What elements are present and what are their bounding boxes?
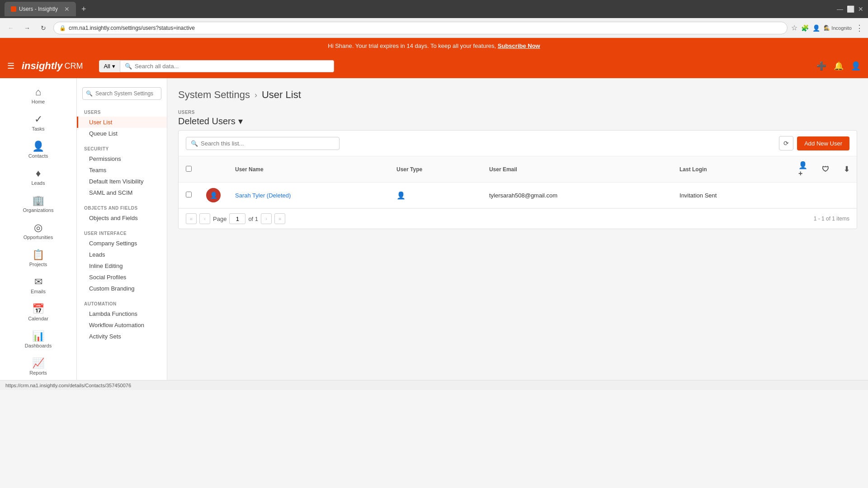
settings-nav-company-settings[interactable]: Company Settings xyxy=(77,238,167,249)
tab-favicon xyxy=(11,6,16,12)
row-checkbox[interactable] xyxy=(186,192,192,197)
settings-nav-queue-list[interactable]: Queue List xyxy=(77,128,167,139)
users-search-icon: 🔍 xyxy=(191,140,198,147)
profile-icon[interactable]: 👤 xyxy=(812,24,820,32)
incognito-badge: 🕵 Incognito xyxy=(824,25,852,31)
restore-icon[interactable]: ⬜ xyxy=(847,5,854,13)
sidebar-item-emails[interactable]: ✉ Emails xyxy=(0,272,76,299)
row-action-1-cell xyxy=(791,183,815,208)
settings-nav-activity-sets[interactable]: Activity Sets xyxy=(77,331,167,342)
sidebar-item-reports[interactable]: 📈 Reports xyxy=(0,353,76,380)
settings-nav-objects-fields[interactable]: Objects and Fields xyxy=(77,212,167,224)
row-action-3-cell xyxy=(836,183,857,208)
add-user-button[interactable]: Add New User xyxy=(797,136,849,150)
sidebar-item-dashboards[interactable]: 📊 Dashboards xyxy=(0,326,76,353)
notifications-icon[interactable]: 🔔 xyxy=(834,61,844,71)
trial-banner: Hi Shane. Your trial expires in 14 days.… xyxy=(0,38,868,54)
settings-nav-inline-editing[interactable]: Inline Editing xyxy=(77,260,167,272)
table-row: 👤 Sarah Tyler (Deleted) 👤 tylersarah508@… xyxy=(179,183,857,208)
breadcrumb-arrow-icon: › xyxy=(255,90,257,100)
breadcrumb-parent[interactable]: System Settings xyxy=(178,89,250,101)
last-page-button[interactable]: » xyxy=(274,213,285,224)
shield-icon: 🛡 xyxy=(822,165,829,173)
search-icon: 🔍 xyxy=(125,63,132,70)
page-label: Page xyxy=(213,216,226,222)
settings-nav-social-profiles[interactable]: Social Profiles xyxy=(77,272,167,283)
col-user-email-header: User Email xyxy=(482,156,672,183)
settings-nav-default-visibility[interactable]: Default Item Visibility xyxy=(77,176,167,187)
col-user-name-header: User Name xyxy=(228,156,389,183)
users-search-input[interactable] xyxy=(201,140,335,147)
status-url: https://crm.na1.insightly.com/details/Co… xyxy=(5,383,131,388)
settings-section-objects: OBJECTS AND FIELDS xyxy=(77,203,167,212)
settings-section-security: SECURITY xyxy=(77,144,167,153)
new-tab-icon[interactable]: + xyxy=(81,5,86,14)
users-panel: 🔍 ⟳ Add New User User Name xyxy=(178,130,857,229)
sidebar-item-leads[interactable]: ♦ Leads xyxy=(0,163,76,190)
settings-nav-user-list[interactable]: User List xyxy=(77,117,167,128)
avatar-placeholder: 👤 xyxy=(210,192,217,199)
page-input[interactable] xyxy=(229,213,245,224)
tab-close-icon[interactable]: ✕ xyxy=(64,5,70,13)
extensions-icon[interactable]: 🧩 xyxy=(801,24,809,32)
row-email-cell: tylersarah508@gmail.com xyxy=(482,183,672,208)
hamburger-icon[interactable]: ☰ xyxy=(7,61,14,71)
settings-search-input[interactable] xyxy=(82,87,161,100)
back-button[interactable]: ← xyxy=(5,22,17,34)
subscribe-link[interactable]: Subscribe Now xyxy=(498,42,540,49)
left-sidebar: ⌂ Home ✓ Tasks 👤 Contacts ♦ Leads 🏢 Orga… xyxy=(0,78,77,380)
first-page-button[interactable]: « xyxy=(186,213,197,224)
emails-icon: ✉ xyxy=(34,276,42,288)
settings-nav-saml-scim[interactable]: SAML and SCIM xyxy=(77,187,167,198)
users-toolbar-right: ⟳ Add New User xyxy=(779,136,849,150)
bookmark-icon[interactable]: ☆ xyxy=(791,23,797,32)
pagination: « ‹ Page of 1 › » 1 - 1 of 1 items xyxy=(179,208,857,229)
main-content: System Settings › User List USERS Delete… xyxy=(167,78,868,380)
refresh-button[interactable]: ↻ xyxy=(37,22,50,34)
organizations-icon: 🏢 xyxy=(32,195,44,206)
row-last-login-cell: Invitation Sent xyxy=(672,183,791,208)
users-toolbar: 🔍 ⟳ Add New User xyxy=(179,131,857,156)
next-page-button[interactable]: › xyxy=(261,213,272,224)
sidebar-item-contacts[interactable]: 👤 Contacts xyxy=(0,136,76,163)
sidebar-item-home[interactable]: ⌂ Home xyxy=(0,82,76,109)
add-icon[interactable]: ➕ xyxy=(816,61,826,71)
settings-nav-workflow-automation[interactable]: Workflow Automation xyxy=(77,319,167,331)
browser-chrome: Users - Insightly ✕ + — ⬜ ✕ xyxy=(0,0,868,18)
settings-nav-permissions[interactable]: Permissions xyxy=(77,153,167,164)
user-avatar: 👤 xyxy=(206,188,221,202)
forward-button[interactable]: → xyxy=(21,22,33,34)
dashboards-icon: 📊 xyxy=(32,330,44,342)
body-layout: ⌂ Home ✓ Tasks 👤 Contacts ♦ Leads 🏢 Orga… xyxy=(0,78,868,380)
leads-icon: ♦ xyxy=(36,168,41,179)
settings-nav-lambda-functions[interactable]: Lambda Functions xyxy=(77,308,167,319)
col-user-type-header: User Type xyxy=(389,156,482,183)
deleted-users-dropdown[interactable]: Deleted Users ▾ xyxy=(178,116,857,127)
select-all-checkbox[interactable] xyxy=(186,166,192,172)
col-avatar-header xyxy=(199,156,228,183)
close-icon[interactable]: ✕ xyxy=(858,5,863,13)
minimize-icon[interactable]: — xyxy=(837,5,843,13)
user-avatar-icon[interactable]: 👤 xyxy=(851,61,861,71)
contacts-icon: 👤 xyxy=(32,141,44,152)
settings-nav-leads-ui[interactable]: Leads xyxy=(77,249,167,260)
breadcrumb-current: User List xyxy=(262,89,301,101)
sidebar-item-opportunities[interactable]: ◎ Opportunities xyxy=(0,217,76,244)
sidebar-item-tasks[interactable]: ✓ Tasks xyxy=(0,109,76,136)
sidebar-item-calendar[interactable]: 📅 Calendar xyxy=(0,299,76,326)
users-section-label: USERS xyxy=(178,110,857,115)
settings-search-icon: 🔍 xyxy=(86,90,93,97)
settings-nav-teams[interactable]: Teams xyxy=(77,164,167,176)
app-header: ☰ insightly CRM All ▾ 🔍 ➕ 🔔 👤 xyxy=(0,54,868,78)
search-type-dropdown[interactable]: All ▾ xyxy=(99,60,120,72)
menu-dots-icon[interactable]: ⋮ xyxy=(855,23,863,33)
prev-page-button[interactable]: ‹ xyxy=(199,213,210,224)
settings-nav-custom-branding[interactable]: Custom Branding xyxy=(77,283,167,294)
reports-icon: 📈 xyxy=(32,357,44,369)
sidebar-item-organizations[interactable]: 🏢 Organizations xyxy=(0,190,76,217)
global-search-input[interactable] xyxy=(135,63,330,70)
sidebar-item-projects[interactable]: 📋 Projects xyxy=(0,244,76,272)
user-name-link[interactable]: Sarah Tyler (Deleted) xyxy=(235,192,291,199)
refresh-button[interactable]: ⟳ xyxy=(779,136,793,150)
address-bar[interactable]: 🔒 crm.na1.insightly.com/settings/users?s… xyxy=(53,22,788,34)
